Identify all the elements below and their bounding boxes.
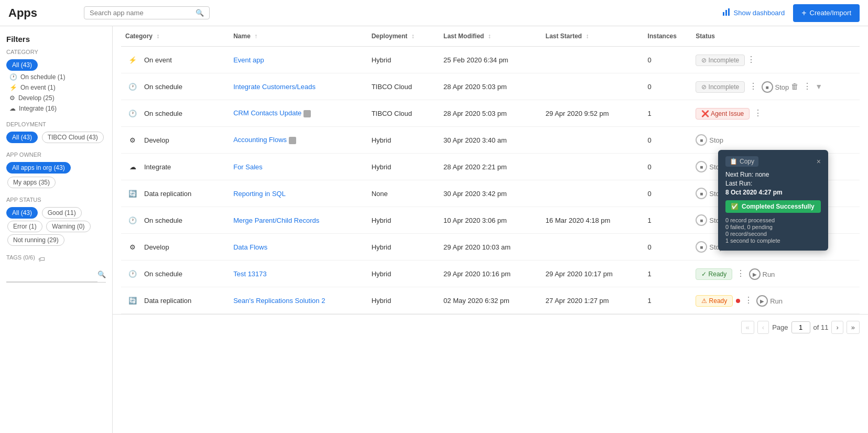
- svg-rect-1: [725, 10, 727, 16]
- more-options-button[interactable]: ⋮: [734, 267, 747, 279]
- cell-last-started: [541, 180, 644, 207]
- cell-last-started: [541, 47, 644, 73]
- show-dashboard-btn[interactable]: Show dashboard: [722, 8, 785, 18]
- cell-last-modified: 28 Apr 2020 5:03 pm: [439, 100, 541, 127]
- status-badge: ✓ Ready: [696, 268, 732, 280]
- table-row: 🔄 Data replication Sean's Replications S…: [121, 287, 860, 314]
- stop-circle-icon: ■: [696, 134, 707, 146]
- sidebar: Filters Category All (43) 🕐 On schedule …: [0, 26, 113, 433]
- plus-icon: +: [801, 8, 806, 18]
- tag-search-input[interactable]: [6, 270, 97, 282]
- popup-close-button[interactable]: ×: [817, 157, 821, 166]
- col-name[interactable]: Name ↑: [229, 26, 367, 47]
- search-input[interactable]: [90, 9, 196, 17]
- next-page-button[interactable]: ›: [831, 321, 843, 334]
- create-btn-label: Create/Import: [810, 9, 851, 17]
- run-button[interactable]: ▶ Run: [756, 295, 783, 307]
- cell-status: ❌ Agent Issue ⋮: [691, 100, 860, 127]
- col-deployment[interactable]: Deployment ↕: [367, 26, 439, 47]
- cell-category: 🕐 On schedule: [121, 261, 229, 287]
- deployment-tibco-chip[interactable]: TIBCO Cloud (43): [42, 132, 104, 143]
- cell-last-started: [541, 154, 644, 180]
- category-icon: ⚙: [125, 240, 140, 254]
- cell-last-modified: 28 Apr 2020 5:03 pm: [439, 73, 541, 100]
- extra-options-button[interactable]: ⋮: [801, 80, 813, 92]
- cell-category: 🕐 On schedule: [121, 100, 229, 127]
- category-all-chip[interactable]: All (43): [6, 59, 38, 71]
- category-icon: ⚡: [125, 52, 140, 67]
- delete-button[interactable]: 🗑: [791, 82, 799, 91]
- col-last-started[interactable]: Last Started ↕: [541, 26, 644, 47]
- check-circle-icon: ✅: [731, 203, 739, 210]
- app-name-link[interactable]: Data Flows: [233, 243, 267, 251]
- app-name-link[interactable]: Reporting in SQL: [233, 190, 286, 198]
- stop-circle-icon: ■: [696, 188, 707, 199]
- more-options-button[interactable]: ⋮: [742, 294, 755, 306]
- stop-button[interactable]: ■ Stop: [696, 134, 723, 146]
- app-name-link[interactable]: CRM Contacts Update: [233, 109, 301, 117]
- col-category[interactable]: Category ↕: [121, 26, 229, 47]
- cell-deployment: TIBCO Cloud: [367, 100, 439, 127]
- run-button[interactable]: ▶ Run: [749, 268, 775, 280]
- sidebar-item-integrate[interactable]: ☁ Integrate (16): [6, 103, 106, 114]
- status-all-chip[interactable]: All (43): [6, 207, 38, 219]
- col-last-modified[interactable]: Last Modified ↕: [439, 26, 541, 47]
- pagination: « ‹ Page of 11 › »: [113, 314, 868, 340]
- status-badge: ⚠ Ready: [696, 295, 733, 307]
- cell-last-modified: 30 Apr 2020 3:40 am: [439, 127, 541, 154]
- category-text: Develop: [144, 243, 169, 251]
- status-error-chip[interactable]: Error (1): [7, 221, 42, 232]
- cell-last-modified: 29 Apr 2020 10:03 am: [439, 234, 541, 261]
- page-label: Page: [772, 323, 788, 331]
- prev-page-button[interactable]: ‹: [757, 321, 769, 334]
- show-dashboard-label: Show dashboard: [734, 9, 785, 17]
- page-number-input[interactable]: [791, 321, 810, 333]
- sidebar-item-develop[interactable]: ⚙ Develop (25): [6, 93, 106, 103]
- tags-label: Tags (0/6): [6, 254, 35, 261]
- popup-last-run-label: Last Run:: [725, 180, 821, 187]
- status-badge: ❌ Agent Issue: [696, 108, 750, 120]
- sidebar-item-on-event[interactable]: ⚡ On event (1): [6, 82, 106, 93]
- cell-deployment: Hybrid: [367, 154, 439, 180]
- cell-instances: 1: [644, 100, 692, 127]
- app-name-link[interactable]: For Sales: [233, 163, 263, 171]
- app-name-link[interactable]: Accounting Flows: [233, 136, 287, 144]
- my-apps-chip[interactable]: My apps (35): [7, 177, 56, 188]
- app-title: Apps: [8, 6, 71, 20]
- popup-next-run: Next Run: none: [725, 171, 821, 178]
- popup-copy-button[interactable]: 📋 Copy: [725, 156, 758, 167]
- stop-button[interactable]: ■ Stop: [762, 81, 789, 93]
- app-name-link[interactable]: Event app: [233, 56, 264, 64]
- more-options-button[interactable]: ⋮: [747, 80, 760, 92]
- app-name-link[interactable]: Test 13173: [233, 270, 267, 278]
- last-page-button[interactable]: »: [847, 321, 860, 334]
- app-name-link[interactable]: Sean's Replications Solution 2: [233, 297, 325, 305]
- more-options-button[interactable]: ⋮: [752, 107, 764, 119]
- table-row: ⚡ On event Event appHybrid25 Feb 2020 6:…: [121, 47, 860, 73]
- app-owner-filter: App Owner All apps in org (43) My apps (…: [6, 151, 106, 189]
- cell-deployment: Hybrid: [367, 47, 439, 73]
- expand-button[interactable]: ▼: [815, 82, 822, 91]
- first-page-button[interactable]: «: [741, 321, 754, 334]
- table-row: 🕐 On schedule Test 13173Hybrid29 Apr 202…: [121, 261, 860, 287]
- deployment-label: Deployment: [6, 121, 106, 127]
- more-options-button[interactable]: ⋮: [745, 53, 757, 66]
- status-not-running-chip[interactable]: Not running (29): [7, 234, 64, 246]
- stop-circle-icon: ■: [696, 161, 707, 172]
- search-box[interactable]: 🔍: [84, 6, 210, 19]
- app-name-link[interactable]: Integrate Customers/Leads: [233, 83, 316, 91]
- status-warning-chip[interactable]: Warning (0): [46, 221, 90, 232]
- all-apps-chip[interactable]: All apps in org (43): [6, 162, 71, 174]
- category-icon: 🔄: [125, 293, 140, 308]
- sidebar-item-on-schedule[interactable]: 🕐 On schedule (1): [6, 72, 106, 82]
- create-import-button[interactable]: + Create/Import: [793, 4, 860, 22]
- deployment-sort-icon: ↕: [411, 33, 415, 40]
- deployment-all-chip[interactable]: All (43): [6, 132, 38, 143]
- cell-name: Test 13173: [229, 261, 367, 287]
- status-good-chip[interactable]: Good (11): [42, 207, 82, 219]
- app-name-link[interactable]: Merge Parent/Child Records: [233, 216, 319, 224]
- cell-deployment: TIBCO Cloud: [367, 73, 439, 100]
- category-icon: 🕐: [125, 106, 140, 121]
- cell-instances: 1: [644, 207, 692, 234]
- category-text: On event: [144, 56, 172, 64]
